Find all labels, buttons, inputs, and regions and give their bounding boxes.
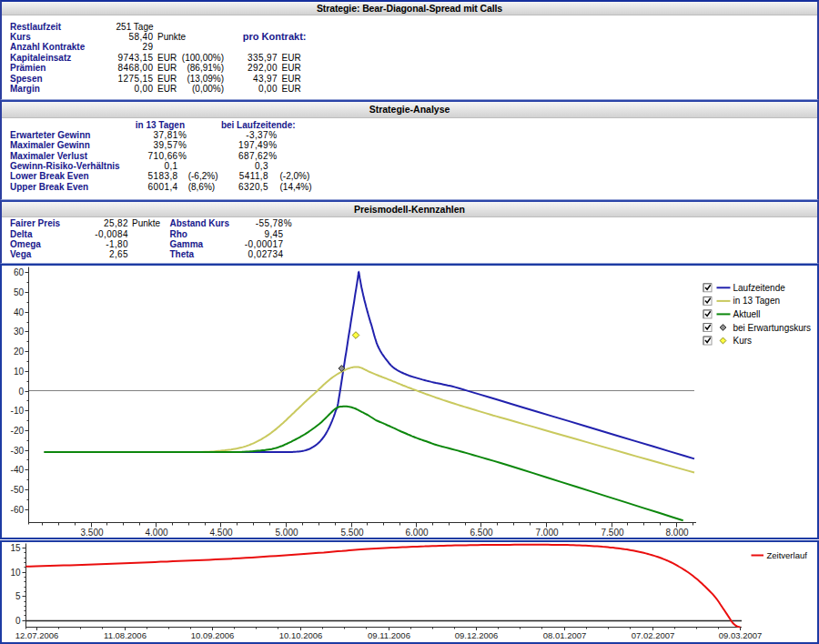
svg-text:4.500: 4.500 bbox=[209, 528, 232, 538]
svg-text:10.10.2006: 10.10.2006 bbox=[279, 630, 323, 640]
svg-text:15: 15 bbox=[10, 543, 21, 553]
svg-text:-30: -30 bbox=[11, 446, 25, 456]
svg-text:11.08.2006: 11.08.2006 bbox=[104, 630, 147, 640]
svg-text:50: 50 bbox=[14, 287, 25, 297]
svg-text:bei Erwartungskurs: bei Erwartungskurs bbox=[733, 323, 812, 333]
svg-text:20: 20 bbox=[14, 347, 25, 357]
svg-text:0: 0 bbox=[18, 387, 24, 397]
svg-text:-20: -20 bbox=[11, 426, 25, 436]
svg-text:07.02.2007: 07.02.2007 bbox=[632, 630, 675, 640]
svg-text:5: 5 bbox=[15, 591, 21, 601]
svg-text:6.500: 6.500 bbox=[470, 528, 492, 538]
svg-text:in 13 Tagen: in 13 Tagen bbox=[733, 296, 781, 306]
svg-text:Kurs: Kurs bbox=[733, 336, 753, 346]
svg-text:10.09.2006: 10.09.2006 bbox=[191, 630, 235, 640]
svg-text:Zeitverlauf: Zeitverlauf bbox=[767, 550, 808, 560]
svg-text:09.12.2006: 09.12.2006 bbox=[455, 630, 499, 640]
svg-text:6.000: 6.000 bbox=[405, 528, 428, 538]
svg-text:30: 30 bbox=[14, 327, 25, 337]
svg-text:7.500: 7.500 bbox=[601, 528, 623, 538]
svg-text:4.000: 4.000 bbox=[145, 528, 167, 538]
svg-text:0: 0 bbox=[15, 616, 21, 626]
svg-text:Laufzeitende: Laufzeitende bbox=[733, 283, 786, 293]
svg-text:10: 10 bbox=[14, 367, 25, 377]
svg-text:40: 40 bbox=[14, 307, 25, 317]
svg-text:Aktuell: Aktuell bbox=[733, 309, 761, 319]
svg-text:-10: -10 bbox=[11, 406, 25, 416]
svg-text:5.000: 5.000 bbox=[275, 528, 298, 538]
svg-text:08.01.2007: 08.01.2007 bbox=[543, 630, 587, 640]
svg-text:12.07.2006: 12.07.2006 bbox=[15, 630, 59, 640]
svg-text:60: 60 bbox=[14, 267, 25, 277]
svg-text:-50: -50 bbox=[11, 485, 25, 495]
svg-text:-40: -40 bbox=[11, 465, 25, 475]
svg-text:7.000: 7.000 bbox=[535, 528, 558, 538]
svg-text:5.500: 5.500 bbox=[340, 528, 363, 538]
svg-text:10: 10 bbox=[10, 568, 21, 578]
svg-text:09.11.2006: 09.11.2006 bbox=[368, 630, 410, 640]
svg-text:3.500: 3.500 bbox=[80, 528, 103, 538]
svg-text:09.03.2007: 09.03.2007 bbox=[719, 630, 763, 640]
svg-text:8.000: 8.000 bbox=[665, 528, 688, 538]
svg-text:-60: -60 bbox=[11, 505, 25, 515]
